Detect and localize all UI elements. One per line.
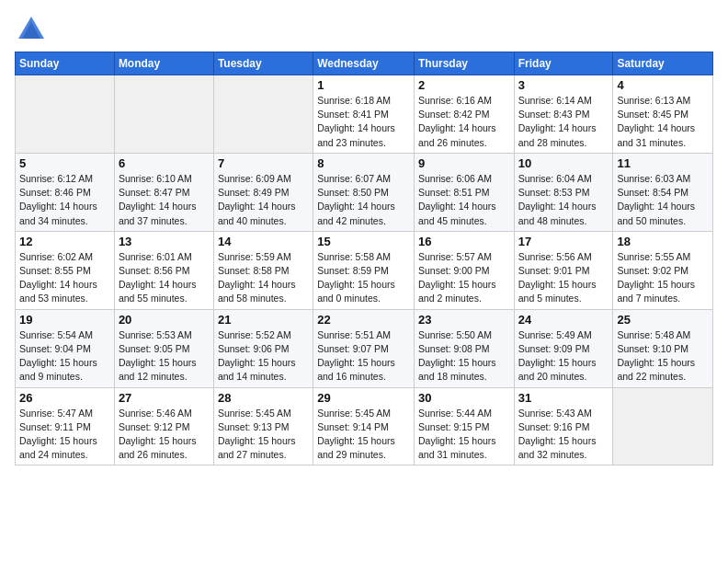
day-number: 5 bbox=[19, 156, 110, 170]
day-number: 11 bbox=[617, 156, 709, 170]
day-info: Sunrise: 6:06 AM Sunset: 8:51 PM Dayligh… bbox=[418, 172, 510, 228]
day-number: 9 bbox=[418, 156, 510, 170]
day-info: Sunrise: 5:57 AM Sunset: 9:00 PM Dayligh… bbox=[418, 250, 510, 306]
day-info: Sunrise: 6:16 AM Sunset: 8:42 PM Dayligh… bbox=[418, 94, 510, 150]
day-info: Sunrise: 5:47 AM Sunset: 9:11 PM Dayligh… bbox=[19, 407, 110, 463]
week-row-2: 5Sunrise: 6:12 AM Sunset: 8:46 PM Daylig… bbox=[16, 153, 713, 231]
calendar-cell bbox=[213, 75, 313, 154]
day-number: 27 bbox=[119, 391, 210, 405]
calendar-cell: 5Sunrise: 6:12 AM Sunset: 8:46 PM Daylig… bbox=[16, 153, 115, 231]
calendar-cell bbox=[16, 75, 115, 154]
day-info: Sunrise: 5:49 AM Sunset: 9:09 PM Dayligh… bbox=[518, 328, 609, 385]
day-number: 12 bbox=[19, 235, 110, 248]
week-row-5: 26Sunrise: 5:47 AM Sunset: 9:11 PM Dayli… bbox=[16, 387, 713, 465]
calendar-cell: 18Sunrise: 5:55 AM Sunset: 9:02 PM Dayli… bbox=[613, 231, 713, 309]
day-number: 31 bbox=[518, 391, 609, 405]
day-number: 8 bbox=[317, 156, 410, 170]
calendar-cell bbox=[613, 387, 713, 465]
day-number: 13 bbox=[119, 235, 210, 248]
header-day-wednesday: Wednesday bbox=[313, 52, 415, 75]
day-number: 14 bbox=[218, 235, 309, 248]
day-number: 18 bbox=[617, 235, 709, 248]
calendar-cell: 7Sunrise: 6:09 AM Sunset: 8:49 PM Daylig… bbox=[213, 153, 313, 231]
day-info: Sunrise: 5:48 AM Sunset: 9:10 PM Dayligh… bbox=[617, 328, 709, 385]
day-number: 19 bbox=[19, 313, 110, 327]
calendar-cell bbox=[114, 75, 213, 154]
day-info: Sunrise: 5:59 AM Sunset: 8:58 PM Dayligh… bbox=[218, 250, 309, 306]
calendar-cell: 26Sunrise: 5:47 AM Sunset: 9:11 PM Dayli… bbox=[16, 387, 115, 465]
day-number: 6 bbox=[119, 156, 210, 170]
header bbox=[15, 9, 713, 46]
week-row-3: 12Sunrise: 6:02 AM Sunset: 8:55 PM Dayli… bbox=[16, 231, 713, 309]
calendar-cell: 8Sunrise: 6:07 AM Sunset: 8:50 PM Daylig… bbox=[313, 153, 415, 231]
calendar-cell: 20Sunrise: 5:53 AM Sunset: 9:05 PM Dayli… bbox=[114, 309, 213, 387]
day-info: Sunrise: 5:56 AM Sunset: 9:01 PM Dayligh… bbox=[518, 250, 609, 306]
calendar-cell: 6Sunrise: 6:10 AM Sunset: 8:47 PM Daylig… bbox=[114, 153, 213, 231]
day-info: Sunrise: 6:03 AM Sunset: 8:54 PM Dayligh… bbox=[617, 172, 709, 228]
logo-icon bbox=[15, 13, 48, 46]
day-info: Sunrise: 6:14 AM Sunset: 8:43 PM Dayligh… bbox=[518, 94, 609, 150]
calendar-cell: 2Sunrise: 6:16 AM Sunset: 8:42 PM Daylig… bbox=[414, 75, 514, 154]
day-info: Sunrise: 6:04 AM Sunset: 8:53 PM Dayligh… bbox=[518, 172, 609, 228]
day-info: Sunrise: 6:02 AM Sunset: 8:55 PM Dayligh… bbox=[19, 250, 110, 306]
day-info: Sunrise: 6:12 AM Sunset: 8:46 PM Dayligh… bbox=[19, 172, 110, 228]
calendar-cell: 10Sunrise: 6:04 AM Sunset: 8:53 PM Dayli… bbox=[514, 153, 613, 231]
calendar-cell: 27Sunrise: 5:46 AM Sunset: 9:12 PM Dayli… bbox=[114, 387, 213, 465]
calendar: SundayMondayTuesdayWednesdayThursdayFrid… bbox=[15, 52, 713, 465]
calendar-cell: 22Sunrise: 5:51 AM Sunset: 9:07 PM Dayli… bbox=[313, 309, 415, 387]
calendar-cell: 4Sunrise: 6:13 AM Sunset: 8:45 PM Daylig… bbox=[613, 75, 713, 154]
calendar-cell: 9Sunrise: 6:06 AM Sunset: 8:51 PM Daylig… bbox=[414, 153, 514, 231]
calendar-cell: 24Sunrise: 5:49 AM Sunset: 9:09 PM Dayli… bbox=[514, 309, 613, 387]
calendar-cell: 12Sunrise: 6:02 AM Sunset: 8:55 PM Dayli… bbox=[16, 231, 115, 309]
day-info: Sunrise: 5:51 AM Sunset: 9:07 PM Dayligh… bbox=[317, 328, 410, 385]
day-info: Sunrise: 6:10 AM Sunset: 8:47 PM Dayligh… bbox=[119, 172, 210, 228]
day-info: Sunrise: 5:45 AM Sunset: 9:14 PM Dayligh… bbox=[317, 407, 410, 463]
day-number: 29 bbox=[317, 391, 410, 405]
day-info: Sunrise: 5:45 AM Sunset: 9:13 PM Dayligh… bbox=[218, 407, 309, 463]
day-info: Sunrise: 5:55 AM Sunset: 9:02 PM Dayligh… bbox=[617, 250, 709, 306]
calendar-cell: 16Sunrise: 5:57 AM Sunset: 9:00 PM Dayli… bbox=[414, 231, 514, 309]
week-row-1: 1Sunrise: 6:18 AM Sunset: 8:41 PM Daylig… bbox=[16, 75, 713, 154]
calendar-cell: 28Sunrise: 5:45 AM Sunset: 9:13 PM Dayli… bbox=[213, 387, 313, 465]
day-number: 15 bbox=[317, 235, 410, 248]
day-number: 1 bbox=[317, 78, 410, 92]
day-number: 21 bbox=[218, 313, 309, 327]
day-info: Sunrise: 5:50 AM Sunset: 9:08 PM Dayligh… bbox=[418, 328, 510, 385]
header-day-friday: Friday bbox=[514, 52, 613, 75]
day-number: 17 bbox=[518, 235, 609, 248]
day-info: Sunrise: 5:44 AM Sunset: 9:15 PM Dayligh… bbox=[418, 407, 510, 463]
day-number: 28 bbox=[218, 391, 309, 405]
day-info: Sunrise: 6:01 AM Sunset: 8:56 PM Dayligh… bbox=[119, 250, 210, 306]
calendar-cell: 21Sunrise: 5:52 AM Sunset: 9:06 PM Dayli… bbox=[213, 309, 313, 387]
day-number: 16 bbox=[418, 235, 510, 248]
day-number: 4 bbox=[617, 78, 709, 92]
calendar-cell: 15Sunrise: 5:58 AM Sunset: 8:59 PM Dayli… bbox=[313, 231, 415, 309]
calendar-cell: 13Sunrise: 6:01 AM Sunset: 8:56 PM Dayli… bbox=[114, 231, 213, 309]
day-info: Sunrise: 6:18 AM Sunset: 8:41 PM Dayligh… bbox=[317, 94, 410, 150]
day-info: Sunrise: 5:53 AM Sunset: 9:05 PM Dayligh… bbox=[119, 328, 210, 385]
day-info: Sunrise: 5:52 AM Sunset: 9:06 PM Dayligh… bbox=[218, 328, 309, 385]
day-info: Sunrise: 6:07 AM Sunset: 8:50 PM Dayligh… bbox=[317, 172, 410, 228]
day-number: 23 bbox=[418, 313, 510, 327]
logo bbox=[15, 13, 51, 46]
calendar-cell: 31Sunrise: 5:43 AM Sunset: 9:16 PM Dayli… bbox=[514, 387, 613, 465]
header-day-monday: Monday bbox=[114, 52, 213, 75]
calendar-header-row: SundayMondayTuesdayWednesdayThursdayFrid… bbox=[16, 52, 713, 75]
day-number: 3 bbox=[518, 78, 609, 92]
calendar-cell: 17Sunrise: 5:56 AM Sunset: 9:01 PM Dayli… bbox=[514, 231, 613, 309]
calendar-cell: 30Sunrise: 5:44 AM Sunset: 9:15 PM Dayli… bbox=[414, 387, 514, 465]
day-number: 26 bbox=[19, 391, 110, 405]
day-number: 22 bbox=[317, 313, 410, 327]
day-number: 24 bbox=[518, 313, 609, 327]
page: SundayMondayTuesdayWednesdayThursdayFrid… bbox=[0, 0, 728, 563]
day-info: Sunrise: 6:09 AM Sunset: 8:49 PM Dayligh… bbox=[218, 172, 309, 228]
day-number: 7 bbox=[218, 156, 309, 170]
day-number: 30 bbox=[418, 391, 510, 405]
calendar-cell: 29Sunrise: 5:45 AM Sunset: 9:14 PM Dayli… bbox=[313, 387, 415, 465]
calendar-cell: 19Sunrise: 5:54 AM Sunset: 9:04 PM Dayli… bbox=[16, 309, 115, 387]
header-day-sunday: Sunday bbox=[16, 52, 115, 75]
calendar-cell: 25Sunrise: 5:48 AM Sunset: 9:10 PM Dayli… bbox=[613, 309, 713, 387]
calendar-cell: 14Sunrise: 5:59 AM Sunset: 8:58 PM Dayli… bbox=[213, 231, 313, 309]
day-number: 20 bbox=[119, 313, 210, 327]
day-info: Sunrise: 5:43 AM Sunset: 9:16 PM Dayligh… bbox=[518, 407, 609, 463]
